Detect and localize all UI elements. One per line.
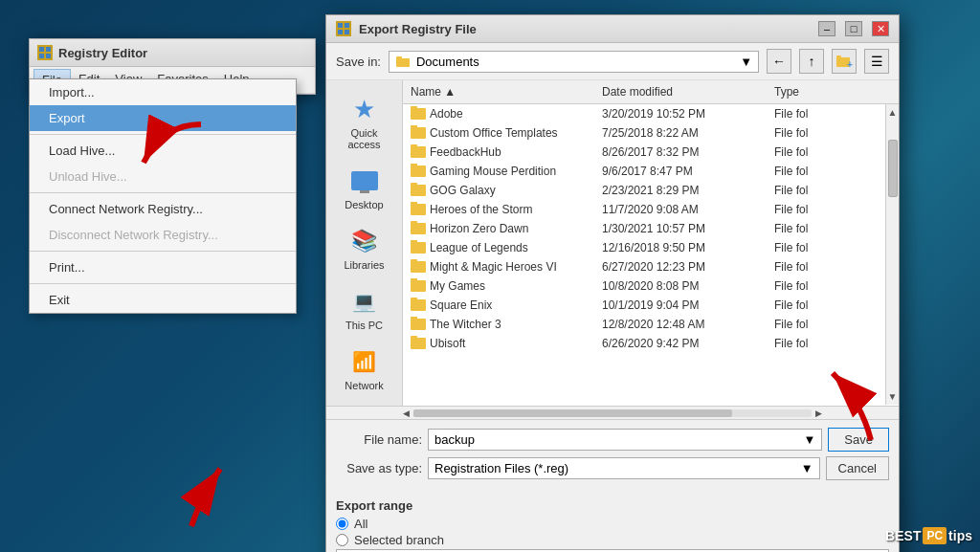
dialog-titlebar: Export Registry File – □ ✕ (326, 15, 899, 43)
close-button[interactable]: ✕ (872, 21, 889, 36)
network-label: Network (345, 380, 383, 391)
separator-2 (30, 192, 296, 193)
view-options-button[interactable]: ☰ (864, 49, 889, 74)
network-icon: 📶 (349, 346, 380, 377)
menu-exit[interactable]: Exit (30, 287, 296, 313)
savetype-select[interactable]: Registration Files (*.reg) ▼ (428, 457, 820, 479)
file-row-horizon[interactable]: Horizon Zero Dawn 1/30/2021 10:57 PM Fil… (403, 219, 885, 238)
sidebar-libraries[interactable]: 📚 Libraries (331, 220, 398, 276)
menu-connect-network[interactable]: Connect Network Registry... (30, 196, 296, 222)
registry-title: Registry Editor (58, 46, 307, 60)
file-row-custom-office[interactable]: Custom Office Templates 7/25/2018 8:22 A… (403, 123, 885, 143)
col-date-header[interactable]: Date modified (594, 83, 767, 100)
minimize-button[interactable]: – (818, 21, 835, 36)
svg-rect-9 (396, 56, 402, 59)
maximize-button[interactable]: □ (845, 21, 862, 36)
menu-import[interactable]: Import... (30, 79, 296, 105)
svg-rect-11 (836, 55, 841, 58)
back-button[interactable]: ← (767, 49, 791, 74)
menu-export[interactable]: Export (30, 105, 296, 131)
file-row-heroes-storm[interactable]: Heroes of the Storm 11/7/2020 9:08 AM Fi… (403, 200, 885, 219)
libraries-icon: 📚 (349, 226, 380, 256)
pc-icon: 💻 (349, 286, 380, 317)
dialog-icon (336, 21, 351, 36)
desktop-label: Desktop (345, 199, 383, 210)
col-type-header[interactable]: Type (767, 83, 899, 100)
svg-text:+: + (847, 59, 853, 69)
scroll-thumb[interactable] (888, 140, 898, 197)
file-rows-container: Adobe 3/20/2019 10:52 PM File fol Custom… (403, 104, 885, 405)
all-radio[interactable] (336, 518, 348, 530)
h-scroll-thumb[interactable] (413, 409, 732, 417)
dialog-content: ★ Quick access Desktop 📚 Libraries (326, 80, 899, 406)
registry-titlebar: Registry Editor (30, 39, 315, 67)
export-dialog: Export Registry File – □ ✕ Save in: Docu… (325, 14, 900, 552)
quick-access-icon: ★ (349, 94, 380, 124)
scrollbar[interactable]: ▲ ▼ (885, 104, 899, 405)
libraries-label: Libraries (344, 259, 384, 271)
up-button[interactable]: ↑ (799, 49, 824, 74)
file-row-feedbackhub[interactable]: FeedbackHub 8/26/2017 8:32 PM File fol (403, 143, 885, 162)
export-range-label: Export range (336, 498, 889, 513)
col-name-header[interactable]: Name ▲ (403, 83, 594, 100)
arrow-branch (172, 459, 249, 536)
sidebar-quick-access[interactable]: ★ Quick access (331, 88, 398, 156)
svg-rect-6 (338, 30, 343, 34)
watermark: BEST PC tips (885, 527, 972, 544)
svg-rect-8 (396, 58, 410, 67)
sidebar-this-pc[interactable]: 💻 This PC (331, 280, 398, 337)
cancel-button[interactable]: Cancel (826, 456, 889, 480)
file-row-gog[interactable]: GOG Galaxy 2/23/2021 8:29 PM File fol (403, 181, 885, 200)
export-range: Export range All Selected branch HKEY_LO… (326, 493, 899, 552)
h-scroll-left[interactable]: ◀ (403, 408, 410, 418)
file-row-gaming-mouse[interactable]: Gaming Mouse Perdition 9/6/2017 8:47 PM … (403, 162, 885, 181)
dialog-title: Export Registry File (359, 22, 809, 36)
menu-load-hive[interactable]: Load Hive... (30, 138, 296, 164)
sidebar-network[interactable]: 📶 Network (331, 341, 398, 397)
all-radio-row: All (336, 517, 889, 531)
desktop-icon (349, 166, 380, 196)
scroll-up-arrow[interactable]: ▲ (885, 104, 899, 121)
file-menu-dropdown: Import... Export Load Hive... Unload Hiv… (29, 78, 297, 314)
h-scroll-track[interactable] (413, 409, 812, 417)
menu-disconnect-network: Disconnect Network Registry... (30, 222, 296, 248)
svg-rect-3 (46, 54, 51, 58)
save-in-chevron: ▼ (740, 55, 752, 69)
file-row-ubisoft[interactable]: Ubisoft 6/26/2020 9:42 PM File fol (403, 334, 885, 353)
selected-branch-label: Selected branch (354, 533, 444, 547)
savetype-value: Registration Files (*.reg) (434, 461, 568, 475)
all-label: All (354, 517, 368, 531)
scroll-down-arrow[interactable]: ▼ (885, 388, 899, 405)
file-row-adobe[interactable]: Adobe 3/20/2019 10:52 PM File fol (403, 104, 885, 123)
branch-radio-row: Selected branch (336, 533, 889, 547)
svg-rect-2 (39, 54, 44, 58)
dialog-sidebar: ★ Quick access Desktop 📚 Libraries (326, 80, 403, 406)
filename-input[interactable]: backup ▼ (428, 429, 822, 451)
watermark-best: BEST (885, 528, 921, 543)
file-row-square-enix[interactable]: Square Enix 10/1/2019 9:04 PM File fol (403, 296, 885, 315)
filename-label: File name: (336, 432, 422, 447)
file-row-might-magic[interactable]: Might & Magic Heroes VI 6/27/2020 12:23 … (403, 257, 885, 276)
svg-rect-1 (46, 47, 51, 52)
file-list: Name ▲ Date modified Type Adobe 3/20/201… (403, 80, 899, 406)
h-scrollbar[interactable]: ◀ ▶ (326, 406, 899, 419)
save-button[interactable]: Save (828, 428, 889, 452)
dialog-bottom: File name: backup ▼ Save Save as type: R… (326, 419, 899, 493)
savetype-chevron: ▼ (801, 461, 813, 475)
menu-print[interactable]: Print... (30, 254, 296, 280)
save-in-select[interactable]: Documents ▼ (389, 51, 759, 73)
filename-chevron: ▼ (803, 432, 815, 447)
file-row-witcher[interactable]: The Witcher 3 12/8/2020 12:48 AM File fo… (403, 315, 885, 334)
registry-icon (37, 45, 53, 60)
file-row-my-games[interactable]: My Games 10/8/2020 8:08 PM File fol (403, 276, 885, 296)
branch-radio[interactable] (336, 534, 348, 546)
menu-unload-hive: Unload Hive... (30, 164, 296, 189)
h-scroll-right[interactable]: ▶ (815, 408, 822, 418)
file-list-header: Name ▲ Date modified Type (403, 80, 899, 104)
savetype-row: Save as type: Registration Files (*.reg)… (336, 456, 889, 480)
svg-rect-0 (39, 47, 44, 52)
file-row-league[interactable]: League of Legends 12/16/2018 9:50 PM Fil… (403, 238, 885, 257)
new-folder-button[interactable]: + (832, 49, 857, 74)
this-pc-label: This PC (345, 320, 383, 331)
sidebar-desktop[interactable]: Desktop (331, 160, 398, 216)
